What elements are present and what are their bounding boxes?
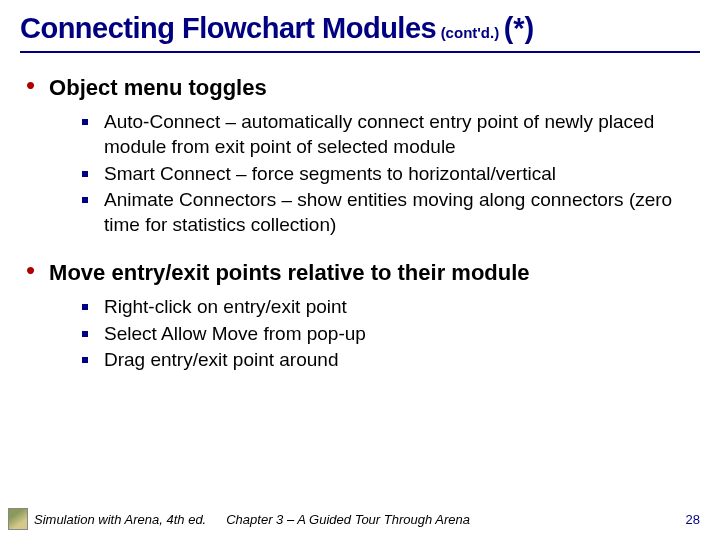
bullet-lvl1: • Object menu toggles bbox=[26, 75, 700, 100]
title-main: Connecting Flowchart Modules bbox=[20, 12, 436, 44]
list-item: Select Allow Move from pop-up bbox=[82, 322, 700, 347]
slide-title: Connecting Flowchart Modules (cont'd.) (… bbox=[20, 12, 700, 45]
sublist-2: Right-click on entry/exit point Select A… bbox=[82, 295, 700, 373]
footer-chapter: Chapter 3 – A Guided Tour Through Arena bbox=[206, 512, 685, 527]
list-item: Drag entry/exit point around bbox=[82, 348, 700, 373]
list-item-text: Drag entry/exit point around bbox=[104, 348, 338, 373]
square-bullet-icon bbox=[82, 197, 88, 203]
title-star: (*) bbox=[504, 12, 535, 44]
footer-left: Simulation with Arena, 4th ed. bbox=[8, 508, 206, 530]
section-heading: Move entry/exit points relative to their… bbox=[49, 260, 529, 285]
footer-book: Simulation with Arena, 4th ed. bbox=[34, 512, 206, 527]
page-number: 28 bbox=[686, 512, 700, 527]
section-2: • Move entry/exit points relative to the… bbox=[20, 260, 700, 373]
title-contd: (cont'd.) bbox=[441, 24, 500, 41]
book-cover-icon bbox=[8, 508, 28, 530]
list-item: Right-click on entry/exit point bbox=[82, 295, 700, 320]
section-1: • Object menu toggles Auto-Connect – aut… bbox=[20, 75, 700, 238]
square-bullet-icon bbox=[82, 119, 88, 125]
bullet-dot-icon: • bbox=[26, 260, 35, 280]
title-rule bbox=[20, 51, 700, 53]
list-item-text: Select Allow Move from pop-up bbox=[104, 322, 366, 347]
list-item-text: Right-click on entry/exit point bbox=[104, 295, 347, 320]
square-bullet-icon bbox=[82, 331, 88, 337]
list-item-text: Animate Connectors – show entities movin… bbox=[104, 188, 700, 237]
sublist-1: Auto-Connect – automatically connect ent… bbox=[82, 110, 700, 237]
square-bullet-icon bbox=[82, 304, 88, 310]
bullet-dot-icon: • bbox=[26, 75, 35, 95]
square-bullet-icon bbox=[82, 357, 88, 363]
list-item: Auto-Connect – automatically connect ent… bbox=[82, 110, 700, 159]
list-item: Smart Connect – force segments to horizo… bbox=[82, 162, 700, 187]
slide-footer: Simulation with Arena, 4th ed. Chapter 3… bbox=[0, 508, 720, 530]
section-heading: Object menu toggles bbox=[49, 75, 267, 100]
list-item-text: Smart Connect – force segments to horizo… bbox=[104, 162, 556, 187]
bullet-lvl1: • Move entry/exit points relative to the… bbox=[26, 260, 700, 285]
list-item: Animate Connectors – show entities movin… bbox=[82, 188, 700, 237]
list-item-text: Auto-Connect – automatically connect ent… bbox=[104, 110, 700, 159]
square-bullet-icon bbox=[82, 171, 88, 177]
